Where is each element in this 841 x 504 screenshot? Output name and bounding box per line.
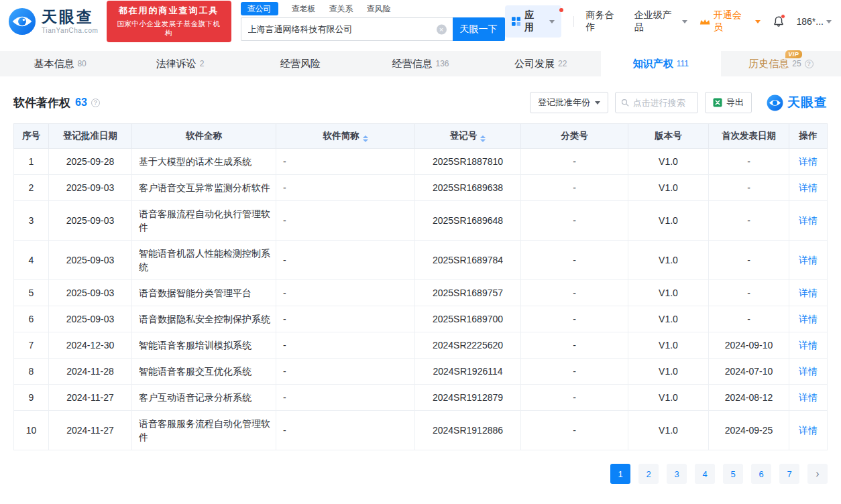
detail-link[interactable]: 详情 <box>799 288 818 298</box>
tianyancha-logo[interactable]: 天眼查 TianYanCha.com <box>8 7 99 36</box>
class-number: - <box>521 332 628 359</box>
row-index: 1 <box>14 149 49 175</box>
tab-count: 25 <box>792 59 801 68</box>
enterprise-label: 企业级产品 <box>634 9 680 34</box>
software-name: 语音客服服务流程自动化管理软件 <box>132 411 276 450</box>
row-index: 6 <box>14 306 49 332</box>
reg-date: 2025-09-03 <box>49 241 132 280</box>
col-header-5[interactable]: 登记号 <box>415 124 521 149</box>
detail-link[interactable]: 详情 <box>799 314 818 324</box>
tab-5[interactable]: 公司发展22 <box>481 51 601 76</box>
col-header-label: 分类号 <box>561 131 588 141</box>
nav-open-vip[interactable]: 开通会员 <box>699 9 760 34</box>
search-tab-3[interactable]: 查关系 <box>329 3 353 15</box>
table-controls: 登记批准年份 导出 <box>530 92 828 113</box>
action-cell: 详情 <box>789 306 828 332</box>
tab-1[interactable]: 基本信息80 <box>0 51 120 76</box>
grid-icon <box>512 17 520 26</box>
clear-icon[interactable]: × <box>437 24 447 34</box>
detail-link[interactable]: 详情 <box>799 392 818 403</box>
tab-3[interactable]: 经营风险 <box>240 51 360 76</box>
help-icon[interactable]: ? <box>91 99 100 107</box>
software-name: 智能语音机器人性能检测控制系统 <box>132 241 276 280</box>
page-button-4[interactable]: 4 <box>695 464 715 484</box>
watermark-logo: 天眼查 <box>767 94 828 111</box>
page-button-1[interactable]: 1 <box>610 464 630 484</box>
page-button-3[interactable]: 3 <box>667 464 687 484</box>
table-row: 22025-09-03客户语音交互异常监测分析软件-2025SR1689638-… <box>14 175 828 201</box>
action-cell: 详情 <box>789 241 828 280</box>
tab-2[interactable]: 法律诉讼2 <box>120 51 240 76</box>
detail-tab-bar: 基本信息80法律诉讼2经营风险经营信息136公司发展22知识产权111历史信息V… <box>0 51 841 76</box>
publish-date: - <box>709 201 789 241</box>
detail-link[interactable]: 详情 <box>799 340 818 351</box>
tab-4[interactable]: 经营信息136 <box>360 51 480 76</box>
page-button-6[interactable]: 6 <box>751 464 771 484</box>
page-button-2[interactable]: 2 <box>638 464 659 484</box>
tab-7[interactable]: 历史信息VIP25? <box>721 51 841 76</box>
col-header-label: 首次发表日期 <box>722 131 776 141</box>
nav-business-cooperation[interactable]: 商务合作 <box>586 9 622 34</box>
table-row: 82024-11-28智能语音客服交互优化系统-2024SR1926114-V1… <box>14 359 828 385</box>
table-row: 92024-11-27客户互动语音记录分析系统-2024SR1912879-V1… <box>14 385 828 411</box>
table-row: 12025-09-28基于大模型的话术生成系统-2025SR1887810-V1… <box>14 149 828 175</box>
col-header-6: 分类号 <box>521 124 628 149</box>
reg-number: 2025SR1689648 <box>415 201 521 241</box>
chevron-down-icon <box>826 20 832 23</box>
software-name: 智能语音客服培训模拟系统 <box>132 332 276 359</box>
company-search-input[interactable] <box>241 17 453 41</box>
action-cell: 详情 <box>789 280 828 306</box>
col-header-4[interactable]: 软件简称 <box>276 124 415 149</box>
detail-link[interactable]: 详情 <box>799 156 818 167</box>
class-number: - <box>521 241 628 280</box>
reg-number: 2024SR1926114 <box>415 359 521 385</box>
brand-domain: TianYanCha.com <box>42 27 99 34</box>
section-count: 63 <box>75 97 87 109</box>
detail-link[interactable]: 详情 <box>799 215 818 226</box>
tab-count: 2 <box>200 59 205 68</box>
version: V1.0 <box>628 385 709 411</box>
publish-date: - <box>709 306 789 332</box>
sort-icon[interactable] <box>480 135 486 142</box>
detail-link[interactable]: 详情 <box>799 255 818 265</box>
tab-label: 历史信息VIP <box>748 58 789 70</box>
col-header-1: 序号 <box>14 124 49 149</box>
slogan-line1: 都在用的商业查询工具 <box>115 5 223 17</box>
user-account[interactable]: 186*... <box>797 16 832 27</box>
search-tab-1[interactable]: 查公司 <box>241 2 278 15</box>
search-tab-4[interactable]: 查风险 <box>367 3 391 15</box>
section-header: 软件著作权 63 ? 登记批准年份 <box>13 92 828 113</box>
software-name: 语音数据隐私安全控制保护系统 <box>132 306 276 332</box>
year-filter-dropdown[interactable]: 登记批准年份 <box>530 92 608 113</box>
nav-enterprise-products[interactable]: 企业级产品 <box>634 9 688 34</box>
version: V1.0 <box>628 241 709 280</box>
tab-label: 法律诉讼 <box>156 58 197 70</box>
detail-link[interactable]: 详情 <box>799 425 818 436</box>
export-label: 导出 <box>726 97 744 109</box>
page-button-7[interactable]: 7 <box>779 464 799 484</box>
eye-logo-icon <box>767 94 783 111</box>
table-search-input[interactable] <box>633 98 692 108</box>
tab-label: 经营风险 <box>280 58 321 70</box>
export-button[interactable]: 导出 <box>705 92 752 113</box>
table-search-box[interactable] <box>615 92 698 113</box>
reg-number: 2025SR1689784 <box>415 241 521 280</box>
tab-6[interactable]: 知识产权111 <box>601 51 721 76</box>
detail-link[interactable]: 详情 <box>799 182 818 193</box>
search-tab-2[interactable]: 查老板 <box>292 3 316 15</box>
table-row: 62025-09-03语音数据隐私安全控制保护系统-2025SR1689700-… <box>14 306 828 332</box>
col-header-9: 操作 <box>789 124 828 149</box>
search-button[interactable]: 天眼一下 <box>453 17 505 41</box>
row-index: 7 <box>14 332 49 359</box>
version: V1.0 <box>628 332 709 359</box>
apps-button[interactable]: 应用 <box>505 5 561 38</box>
next-page-button[interactable]: › <box>807 464 828 484</box>
publish-date: 2024-07-10 <box>709 359 789 385</box>
page-button-5[interactable]: 5 <box>723 464 743 484</box>
detail-link[interactable]: 详情 <box>799 366 818 377</box>
notification-dot <box>559 8 563 12</box>
bell-icon[interactable] <box>773 15 785 27</box>
reg-number: 2025SR1887810 <box>415 149 521 175</box>
sort-icon[interactable] <box>363 135 368 142</box>
table-row: 52025-09-03语音数据智能分类管理平台-2025SR1689757-V1… <box>14 280 828 306</box>
